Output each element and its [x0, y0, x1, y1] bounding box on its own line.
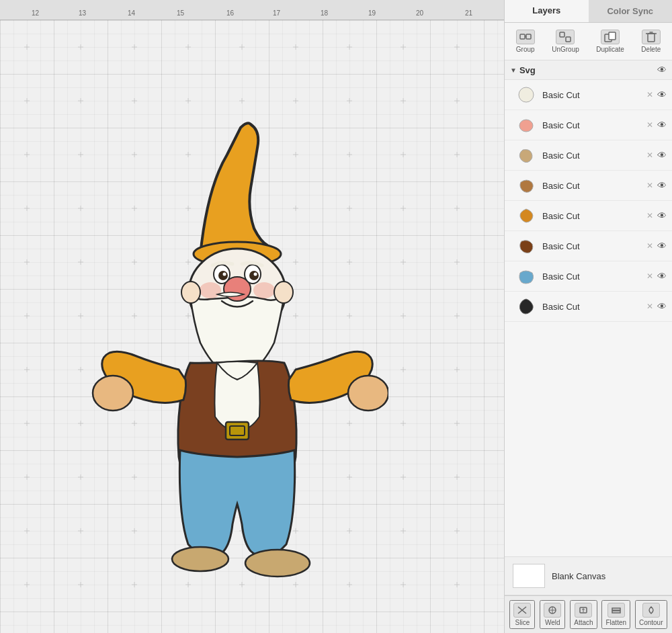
- layer-eye-icon[interactable]: 👁: [657, 120, 667, 130]
- layer-thumbnail: [515, 296, 537, 317]
- layer-close-icon[interactable]: ✕: [646, 120, 653, 130]
- tab-layers[interactable]: Layers: [505, 0, 589, 22]
- blank-canvas-label: Blank Canvas: [552, 571, 605, 581]
- svg-point-17: [181, 282, 200, 303]
- layer-item[interactable]: Basic Cut ✕ 👁: [505, 261, 672, 292]
- delete-button[interactable]: Delete: [637, 27, 665, 56]
- layer-item[interactable]: Basic Cut ✕ 👁: [505, 110, 672, 140]
- layer-close-icon[interactable]: ✕: [646, 271, 653, 281]
- layer-eye-icon[interactable]: 👁: [657, 180, 667, 191]
- layer-thumbnail: [515, 144, 537, 166]
- ruler-mark: 20: [416, 9, 423, 17]
- svg-rect-19: [520, 34, 525, 39]
- svg-rect-22: [560, 32, 564, 37]
- svg-point-13: [172, 547, 228, 571]
- tab-header: Layers Color Sync: [505, 0, 672, 23]
- attach-button[interactable]: Attach: [570, 600, 597, 629]
- svg-rect-34: [612, 611, 620, 613]
- ruler-mark: 17: [273, 9, 280, 17]
- layer-label: Basic Cut: [542, 211, 646, 221]
- ruler-mark: 15: [177, 9, 184, 17]
- attach-icon: [575, 603, 592, 618]
- layer-item[interactable]: Basic Cut ✕ 👁: [505, 140, 672, 171]
- svg-point-10: [253, 282, 275, 298]
- layer-item[interactable]: Basic Cut ✕ 👁: [505, 292, 672, 322]
- svg-rect-20: [526, 34, 531, 39]
- svg-point-15: [93, 376, 133, 411]
- svg-point-16: [348, 376, 388, 411]
- layer-thumbnail: [515, 84, 537, 106]
- layer-item[interactable]: Basic Cut ✕ 👁: [505, 201, 672, 231]
- layer-thumbnail: [515, 265, 537, 287]
- group-icon: [516, 30, 535, 44]
- duplicate-icon: [601, 30, 620, 44]
- layer-thumbnail: [515, 114, 537, 136]
- weld-icon: [544, 603, 561, 618]
- layer-close-icon[interactable]: ✕: [646, 181, 653, 190]
- blank-canvas-preview: [513, 564, 545, 588]
- ruler-mark: 18: [321, 9, 328, 17]
- ruler-mark: 16: [226, 9, 234, 17]
- expand-arrow: ▼: [510, 67, 517, 74]
- grid-canvas[interactable]: [0, 20, 504, 633]
- svg-rect-33: [612, 608, 620, 610]
- layer-close-icon[interactable]: ✕: [646, 90, 653, 99]
- bottom-toolbar: Slice Weld Attach Flatten: [505, 595, 672, 633]
- blank-canvas-row: Blank Canvas: [505, 556, 672, 595]
- layer-eye-icon[interactable]: 👁: [657, 301, 667, 312]
- layer-close-icon[interactable]: ✕: [646, 241, 653, 251]
- ruler-top: 12131415161718192021: [0, 0, 504, 20]
- layer-thumbnail: [515, 175, 537, 196]
- svg-point-30: [519, 120, 533, 132]
- svg-group-header[interactable]: ▼ Svg 👁: [505, 60, 672, 80]
- svg-point-8: [253, 273, 257, 276]
- ungroup-button[interactable]: UnGroup: [548, 27, 583, 56]
- layers-list: Basic Cut ✕ 👁 Basic Cut ✕ 👁 Basic Cut ✕ …: [505, 80, 672, 322]
- flatten-icon: [607, 603, 625, 618]
- right-panel: Layers Color Sync Group UnGroup: [504, 0, 672, 633]
- svg-point-7: [222, 273, 226, 276]
- layer-item[interactable]: Basic Cut ✕ 👁: [505, 231, 672, 261]
- ruler-mark: 19: [368, 9, 376, 17]
- contour-icon: [642, 603, 660, 618]
- layer-eye-icon[interactable]: 👁: [657, 241, 667, 251]
- ruler-mark: 21: [465, 9, 472, 17]
- svg-point-29: [519, 87, 534, 102]
- svg-point-14: [245, 550, 310, 577]
- layer-label: Basic Cut: [542, 151, 646, 161]
- ungroup-icon: [556, 30, 575, 44]
- svg-rect-26: [648, 34, 655, 42]
- duplicate-button[interactable]: Duplicate: [592, 27, 628, 56]
- layer-eye-icon[interactable]: 👁: [657, 210, 667, 221]
- contour-button[interactable]: Contour: [635, 600, 667, 629]
- group-button[interactable]: Group: [512, 27, 539, 56]
- app-container: 12131415161718192021: [0, 0, 672, 633]
- slice-button[interactable]: Slice: [509, 600, 535, 629]
- slice-icon: [513, 603, 531, 618]
- layer-label: Basic Cut: [542, 90, 646, 100]
- layer-item[interactable]: Basic Cut ✕ 👁: [505, 80, 672, 110]
- layer-label: Basic Cut: [542, 181, 646, 191]
- layers-content[interactable]: ▼ Svg 👁 Basic Cut ✕ 👁 Basic Cut ✕ 👁 Basi…: [505, 60, 672, 556]
- svg-group-eye[interactable]: 👁: [657, 65, 667, 75]
- svg-point-5: [218, 271, 228, 280]
- tab-color-sync[interactable]: Color Sync: [589, 0, 673, 22]
- layer-label: Basic Cut: [542, 302, 646, 312]
- layer-label: Basic Cut: [542, 120, 646, 130]
- weld-button[interactable]: Weld: [540, 600, 565, 629]
- layer-close-icon[interactable]: ✕: [646, 151, 653, 160]
- layer-close-icon[interactable]: ✕: [646, 211, 653, 220]
- ruler-mark: 12: [32, 9, 39, 17]
- layer-eye-icon[interactable]: 👁: [657, 150, 667, 161]
- flatten-button[interactable]: Flatten: [601, 600, 630, 629]
- layer-eye-icon[interactable]: 👁: [657, 271, 667, 282]
- layer-close-icon[interactable]: ✕: [646, 302, 653, 311]
- layer-label: Basic Cut: [542, 241, 646, 251]
- layer-eye-icon[interactable]: 👁: [657, 89, 667, 100]
- svg-point-6: [249, 271, 259, 280]
- layer-label: Basic Cut: [542, 271, 646, 282]
- layer-item[interactable]: Basic Cut ✕ 👁: [505, 171, 672, 201]
- svg-group-label: Svg: [519, 65, 657, 75]
- svg-rect-25: [609, 32, 616, 40]
- svg-point-9: [200, 282, 221, 298]
